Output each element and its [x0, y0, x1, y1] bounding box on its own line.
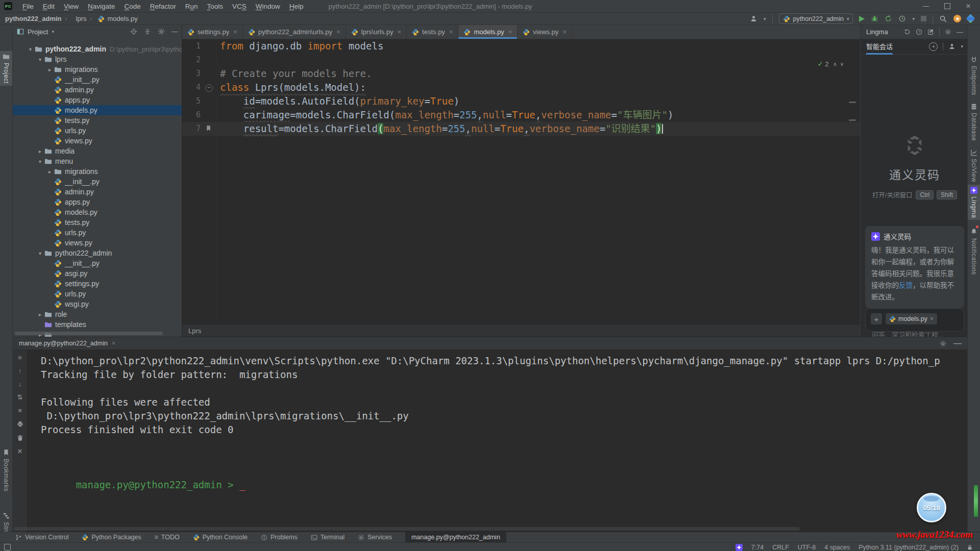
file-encoding[interactable]: UTF-8	[798, 544, 816, 551]
tree-item-wsgi-py[interactable]: wsgi.py	[13, 299, 182, 309]
menu-help[interactable]: Help	[285, 3, 308, 10]
lingma-status-icon[interactable]	[736, 544, 743, 551]
code-editor[interactable]: ✓ 2 ∧∨ 1from django.db import models23# …	[182, 39, 860, 325]
toolwindow-python-console[interactable]: Python Console	[193, 532, 248, 542]
tab-lprs-urls-py[interactable]: lprs\urls.py×	[346, 25, 407, 39]
tree-item-migrations[interactable]: ▸migrations	[13, 64, 182, 74]
breadcrumb-project[interactable]: python222_admin	[5, 15, 62, 22]
tool-stripe-endpoints[interactable]: Endpoints	[968, 54, 980, 97]
context-file-chip[interactable]: models.py ×	[886, 313, 937, 324]
locate-file-button[interactable]	[130, 28, 137, 35]
chevron-down-icon[interactable]: ▾	[36, 159, 44, 164]
new-session-button[interactable]: +	[929, 42, 938, 51]
fold-icon[interactable]: −	[205, 84, 213, 92]
tree-item-python222-admin[interactable]: ▾python222_adminD:\python_pro\lpr3\pytho…	[13, 44, 182, 54]
close-tab-icon[interactable]: ×	[336, 28, 340, 36]
tool-stripe-sciview[interactable]: SciView	[968, 147, 980, 184]
gear-icon[interactable]	[945, 29, 951, 35]
menu-run[interactable]: Run	[181, 3, 203, 10]
tree-item-urls-py[interactable]: urls.py	[13, 126, 182, 136]
collapse-all-button[interactable]	[144, 28, 151, 35]
chevron-right-icon[interactable]: ▸	[36, 312, 44, 317]
close-tab-icon[interactable]: ×	[112, 340, 115, 347]
lock-icon[interactable]	[967, 544, 973, 550]
menu-code[interactable]: Code	[119, 3, 145, 10]
scroll-to-end-button[interactable]: ≡	[18, 407, 22, 414]
menu-vcs[interactable]: VCS	[228, 3, 251, 10]
search-everywhere-icon[interactable]	[939, 15, 947, 23]
toolwindow-services[interactable]: Services	[358, 532, 392, 542]
menu-window[interactable]: Window	[251, 3, 285, 10]
python-interpreter[interactable]: Python 3.11 (python222_admin) (2)	[859, 544, 959, 551]
tree-item-lprs[interactable]: ▾lprs	[13, 54, 182, 64]
close-tab-icon[interactable]: ×	[233, 28, 237, 36]
code-with-me-icon[interactable]	[953, 15, 961, 22]
caret-position[interactable]: 7:74	[751, 544, 764, 551]
toolwindow-version-control[interactable]: Version Control	[15, 532, 68, 542]
tree-item-urls-py[interactable]: urls.py	[13, 228, 182, 238]
run-configuration-select[interactable]: python222_admin ▾	[779, 13, 853, 24]
chevron-down-icon[interactable]: ▾	[36, 57, 44, 62]
tool-stripe-project[interactable]: Project	[0, 51, 12, 86]
line-ending[interactable]: CRLF	[772, 544, 789, 551]
tree-item-python222-admin[interactable]: ▾python222_admin	[13, 248, 182, 258]
chevron-down-icon[interactable]: ▾	[36, 251, 44, 256]
tree-item-apps-py[interactable]: apps.py	[13, 197, 182, 207]
tab-tests-py[interactable]: tests.py×	[407, 25, 458, 39]
panel-settings-button[interactable]	[158, 28, 165, 35]
tree-item-media[interactable]: ▸media	[13, 146, 182, 156]
console-output[interactable]: D:\python_pro\lpr2\python222_admin\venv\…	[28, 350, 968, 525]
tree-item-views-py[interactable]: views.py	[13, 238, 182, 248]
tree-item-menu[interactable]: ▾menu	[13, 156, 182, 166]
menu-refactor[interactable]: Refactor	[145, 3, 181, 10]
tree-item-role[interactable]: ▸role	[13, 309, 182, 319]
run-with-coverage-button[interactable]	[885, 15, 892, 22]
event-log-icon[interactable]	[4, 544, 11, 550]
chevron-down-icon[interactable]: ▾	[52, 29, 54, 34]
tree-item-settings-py[interactable]: settings.py	[13, 279, 182, 289]
print-button[interactable]	[17, 420, 23, 428]
minimize-button[interactable]: —	[923, 3, 929, 10]
tree-item-init-py[interactable]: __init__.py	[13, 177, 182, 187]
toolwindow-manage-py-python222-admin[interactable]: manage.py@python222_admin	[405, 532, 506, 542]
tab-views-py[interactable]: views.py×	[518, 25, 572, 39]
tree-item-models-py[interactable]: models.py	[13, 207, 182, 217]
toolwindow-todo[interactable]: ≡TODO	[155, 532, 180, 542]
menu-tools[interactable]: Tools	[202, 3, 228, 10]
tool-stripe-bookmarks[interactable]: Bookmarks	[0, 447, 12, 494]
tree-item-models-py[interactable]: models.py	[13, 105, 182, 115]
close-tab-icon[interactable]: ×	[508, 28, 512, 36]
hide-panel-button[interactable]: —	[957, 28, 963, 36]
down-stacktrace-button[interactable]: ↓	[18, 381, 22, 387]
tree-item-init-py[interactable]: __init__.py	[13, 74, 182, 85]
debug-button[interactable]	[871, 15, 878, 22]
help-icon[interactable]	[916, 29, 922, 35]
tree-item-tests-py[interactable]: tests.py	[13, 217, 182, 228]
add-context-button[interactable]: +	[871, 313, 882, 324]
user-profile-icon[interactable]	[750, 15, 757, 22]
hide-panel-button[interactable]: —	[953, 339, 962, 348]
ai-assistant-icon[interactable]	[966, 14, 975, 23]
toolwindow-python-packages[interactable]: Python Packages	[82, 532, 141, 542]
menu-file[interactable]: File	[18, 3, 38, 10]
tool-stripe-database[interactable]: Database	[968, 101, 980, 143]
tab-models-py[interactable]: models.py×	[458, 25, 518, 39]
tree-item-apps-py[interactable]: apps.py	[13, 95, 182, 105]
soft-wrap-button[interactable]: ⇅	[17, 394, 23, 400]
remove-context-icon[interactable]: ×	[930, 315, 934, 322]
chevron-right-icon[interactable]: ▸	[45, 169, 54, 174]
clear-all-button[interactable]	[17, 434, 23, 441]
tree-item-init-py[interactable]: __init__.py	[13, 258, 182, 268]
tree-item-templates[interactable]: templates	[13, 319, 182, 330]
tree-item-views-py[interactable]: views.py	[13, 136, 182, 146]
toolwindow-problems[interactable]: Problems	[261, 532, 298, 542]
rerun-button[interactable]: ■	[18, 354, 22, 361]
menu-navigate[interactable]: Navigate	[83, 3, 119, 10]
tab-smart-session[interactable]: 智能会话	[866, 41, 893, 55]
project-panel-title[interactable]: Project	[28, 28, 48, 36]
indent-style[interactable]: 4 spaces	[824, 544, 850, 551]
user-dropdown-icon[interactable]: ▾	[764, 16, 766, 21]
tree-item-migrations[interactable]: ▸migrations	[13, 166, 182, 177]
stop-button[interactable]	[921, 16, 926, 21]
profiler-dropdown-icon[interactable]: ▾	[912, 16, 915, 21]
